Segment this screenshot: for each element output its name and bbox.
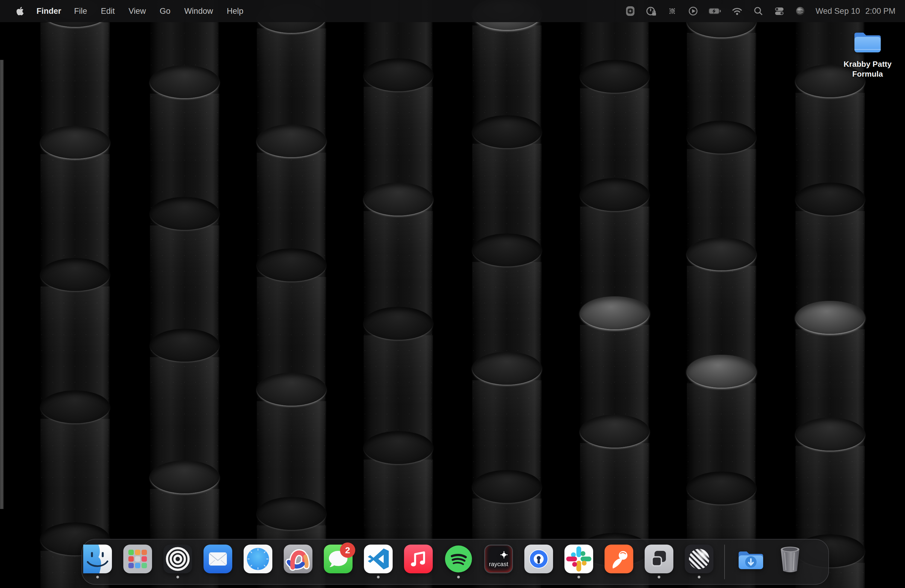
dock-item-spotify[interactable] <box>444 545 473 573</box>
menu-app-name[interactable]: Finder <box>30 6 67 16</box>
now-playing-icon[interactable] <box>683 5 703 17</box>
desktop-folder-krabby-patty-formula[interactable]: Krabby Patty Formula <box>823 30 905 79</box>
wallpaper-cylinder-cap <box>150 65 219 98</box>
wallpaper-cylinder-cap <box>364 431 433 464</box>
wallpaper-cylinder-cap <box>687 355 756 388</box>
raycast-icon: raycast <box>484 545 513 573</box>
wallpaper-cylinder-cap <box>580 60 649 93</box>
rings-icon <box>164 545 192 573</box>
sphere-avatar-icon[interactable] <box>790 5 811 17</box>
slack-icon <box>564 545 593 573</box>
dock-item-finder[interactable] <box>83 545 112 573</box>
wallpaper-cylinder-cap <box>580 178 649 211</box>
wallpaper-cylinder-shade <box>580 443 649 533</box>
wallpaper-cylinder-cap <box>687 121 756 154</box>
wallpaper-cylinder-cap <box>795 183 865 216</box>
wallpaper-cylinder-cap <box>687 472 756 504</box>
folder-icon <box>853 30 883 54</box>
menu-item-window[interactable]: Window <box>178 6 220 16</box>
onepassword-icon <box>524 545 553 573</box>
control-center-icon[interactable] <box>769 5 790 17</box>
spotlight-icon[interactable] <box>748 5 769 17</box>
dock-item-safari[interactable] <box>244 545 272 573</box>
dock-item-launchpad[interactable] <box>123 545 152 573</box>
wallpaper-cylinder-cap <box>364 307 433 340</box>
wallpaper-cylinder-shade <box>580 325 649 415</box>
dock-item-raycast[interactable]: raycast <box>484 545 513 573</box>
menu-item-go[interactable]: Go <box>153 6 178 16</box>
app-burst-icon[interactable] <box>620 5 641 17</box>
dock-divider <box>724 545 725 579</box>
wallpaper-cylinder-column <box>687 0 756 588</box>
wallpaper-cylinder-shade <box>687 149 756 239</box>
wallpaper-cylinder-cap <box>150 461 219 493</box>
wallpaper-cylinder-column <box>257 0 326 588</box>
dock-item-vscode[interactable] <box>364 545 393 573</box>
wallpaper-cylinder-cap <box>364 183 433 216</box>
menu-item-view[interactable]: View <box>122 6 153 16</box>
wallpaper-cylinder-column <box>795 0 865 588</box>
wallpaper-cylinder-shade <box>580 88 649 178</box>
dock-item-arc[interactable] <box>284 545 313 573</box>
menu-items: FileEditViewGoWindowHelp <box>67 6 251 16</box>
wallpaper-cylinder-shade <box>795 211 865 301</box>
dock-apps: 2 raycast <box>83 545 713 573</box>
wallpaper-cylinder-cap <box>40 258 110 291</box>
wallpaper-cylinder-cap <box>472 115 542 148</box>
raycast-menubar-icon[interactable] <box>662 5 683 17</box>
dock-item-messages[interactable]: 2 <box>324 545 352 573</box>
mail-icon <box>203 545 232 573</box>
wallpaper-cylinder-shade <box>795 446 865 536</box>
dock-item-music[interactable] <box>404 545 433 573</box>
menu-item-file[interactable]: File <box>67 6 94 16</box>
running-indicator <box>698 576 700 578</box>
macos-desktop: Finder FileEditViewGoWindowHelp <box>0 0 905 588</box>
wallpaper-cylinder-cap <box>40 126 110 159</box>
wallpaper-cylinder-cap <box>795 301 865 334</box>
menu-item-help[interactable]: Help <box>220 6 251 16</box>
wallpaper-cylinder-column <box>0 60 3 509</box>
wallpaper-cylinder-shade <box>472 25 542 115</box>
postman-icon <box>605 545 633 573</box>
dock-item-slack[interactable] <box>564 545 593 573</box>
wallpaper-cylinder-cap <box>580 415 649 448</box>
dock-item-postman[interactable] <box>605 545 633 573</box>
wallpaper-cylinder-cap <box>687 237 756 270</box>
wallpaper-cylinder-cap <box>580 296 649 329</box>
menu-item-edit[interactable]: Edit <box>94 6 122 16</box>
dock-item-downloads[interactable] <box>736 545 764 573</box>
spotify-icon <box>444 545 473 573</box>
wallpaper-cylinder-cap <box>257 248 326 281</box>
linear-icon <box>685 545 713 573</box>
running-indicator <box>578 576 580 578</box>
menu-bar-date: Wed Sep 10 <box>816 6 860 16</box>
dock-item-onepassword[interactable] <box>524 545 553 573</box>
menu-bar: Finder FileEditViewGoWindowHelp <box>0 0 905 22</box>
apple-menu-icon[interactable] <box>13 6 27 16</box>
wallpaper-cylinder-cap <box>150 329 219 362</box>
wallpaper-cylinder-shade <box>40 22 110 112</box>
running-indicator <box>176 576 179 578</box>
wallpaper-cylinder-shade <box>257 401 326 491</box>
notification-badge: 2 <box>340 542 355 558</box>
safari-icon <box>244 545 272 573</box>
wallpaper-cylinder-cap <box>150 197 219 230</box>
dock-item-rings[interactable] <box>164 545 192 573</box>
dock-item-windowsapp[interactable] <box>645 545 673 573</box>
wifi-icon[interactable] <box>726 5 748 17</box>
wallpaper-cylinder-cap <box>795 418 865 451</box>
lock-power-icon[interactable] <box>641 5 662 17</box>
wallpaper-cylinder-cap <box>257 124 326 157</box>
dock-item-linear[interactable] <box>685 545 713 573</box>
wallpaper-cylinder-shade <box>687 33 756 123</box>
wallpaper-cylinder-cap <box>472 352 542 385</box>
wallpaper-cylinder-shade <box>364 87 433 176</box>
dock-item-trash[interactable] <box>776 545 805 573</box>
wallpaper-cylinder-column <box>472 0 542 588</box>
wallpaper-cylinder-cap <box>40 390 110 423</box>
menu-bar-clock[interactable]: Wed Sep 10 2:00 PM <box>816 6 895 16</box>
wallpaper-cylinder-shade <box>40 419 110 509</box>
battery-charging-icon[interactable] <box>703 5 726 17</box>
wallpaper <box>0 0 905 588</box>
dock-item-mail[interactable] <box>203 545 232 573</box>
